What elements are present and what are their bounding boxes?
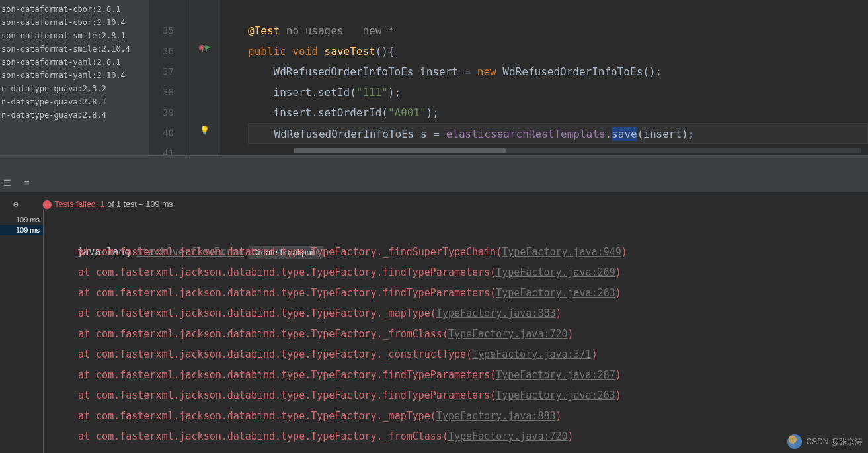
stack-frame-close: ) <box>615 267 621 278</box>
line-number[interactable]: 40 <box>149 123 188 144</box>
code-area[interactable]: no usages new * @Test public void saveTe… <box>221 0 868 155</box>
test-status: ⬤ Tests failed: 1 of 1 test – 109 ms <box>42 199 173 209</box>
annotation-test: @Test <box>248 24 280 37</box>
stack-frame: at com.fasterxml.jackson.databind.type.T… <box>53 386 861 406</box>
stack-frame-link[interactable]: TypeFactory.java:720 <box>448 431 568 442</box>
line-number[interactable]: 35 <box>149 21 188 41</box>
stack-frame: at com.fasterxml.jackson.databind.type.T… <box>53 242 861 263</box>
ctor: WdRefusedOrderInfoToEs <box>502 65 643 78</box>
test-time-0[interactable]: 109 ms <box>0 214 43 225</box>
stack-frame-link[interactable]: TypeFactory.java:287 <box>496 369 615 381</box>
line-number[interactable]: 39 <box>149 103 188 123</box>
library-entry[interactable]: son-dataformat-yaml:2.8.1 <box>0 56 149 69</box>
stack-frame-text: at com.fasterxml.jackson.databind.type.T… <box>78 369 496 381</box>
stack-frame-close: ) <box>555 410 561 422</box>
stack-frame-close: ) <box>615 369 621 381</box>
fail-dot-icon: ⬤ <box>42 200 54 209</box>
library-entry[interactable]: son-dataformat-smile:2.10.4 <box>0 42 149 56</box>
library-entry[interactable]: son-dataformat-yaml:2.10.4 <box>0 69 149 82</box>
ctor-end: (); <box>643 65 662 78</box>
new-hint: new * <box>362 24 394 37</box>
tests-rest: of 1 test – 109 ms <box>107 200 173 209</box>
line-gutter: 35363738394041 <box>149 0 188 155</box>
stack-frame-link[interactable]: TypeFactory.java:949 <box>502 246 621 258</box>
call-setorderid: insert.setOrderId( <box>274 106 388 119</box>
settings-gear-icon[interactable]: ⚙ <box>13 199 19 209</box>
editor-horizontal-scrollbar[interactable] <box>294 148 861 153</box>
line-number[interactable] <box>149 0 188 21</box>
stack-frame-close: ) <box>615 287 621 299</box>
line-number[interactable]: 38 <box>149 82 188 103</box>
tool-icons: ☰ ≡ <box>0 178 34 188</box>
stack-frame-link[interactable]: TypeFactory.java:263 <box>496 390 615 401</box>
close-2: ); <box>426 106 439 119</box>
library-entry[interactable]: son-dataformat-smile:2.8.1 <box>0 29 149 42</box>
run-test-icon[interactable]: ▶ <box>206 42 211 52</box>
eq-2: = <box>427 128 446 140</box>
library-entry[interactable]: n-datatype-guava:2.8.4 <box>0 108 149 122</box>
field-est: elasticsearchRestTemplate <box>446 128 606 140</box>
stack-frame-link[interactable]: TypeFactory.java:720 <box>448 328 568 340</box>
intention-bulb-icon[interactable]: 💡 <box>200 126 210 135</box>
stack-frame: at com.fasterxml.jackson.databind.type.T… <box>53 365 861 386</box>
stack-frame-link[interactable]: TypeFactory.java:371 <box>472 349 592 360</box>
stack-frame: at com.fasterxml.jackson.databind.type.T… <box>53 283 861 304</box>
tests-failed-count: 1 <box>100 200 105 209</box>
line-number[interactable]: 36 <box>149 41 188 62</box>
kw-new: new <box>477 65 496 78</box>
stack-frame: at com.fasterxml.jackson.databind.type.T… <box>53 304 861 324</box>
str-a001: "A001" <box>388 106 426 119</box>
method-name: saveTest <box>325 45 375 58</box>
watermark-text: CSDN @张京涛 <box>806 436 863 448</box>
close-1: ); <box>388 86 401 99</box>
selected-save[interactable]: save <box>612 127 637 141</box>
stack-frame: at com.fasterxml.jackson.databind.type.T… <box>53 427 861 447</box>
stack-frame: at com.fasterxml.jackson.databind.type.T… <box>53 324 861 345</box>
stack-frame-text: at com.fasterxml.jackson.databind.type.T… <box>78 349 472 360</box>
stack-frame-text: at com.fasterxml.jackson.databind.type.T… <box>78 431 448 442</box>
type-1: WdRefusedOrderInfoToEs <box>274 65 414 78</box>
library-entry[interactable]: n-datatype-guava:2.3.2 <box>0 82 149 95</box>
layout-icon[interactable]: ☰ <box>0 178 15 188</box>
type-2: WdRefusedOrderInfoToEs <box>274 128 414 140</box>
stack-frame-text: at com.fasterxml.jackson.databind.type.T… <box>78 328 448 340</box>
method-paren: (){ <box>375 45 395 58</box>
var-s: s <box>420 128 427 140</box>
stack-frame-text: at com.fasterxml.jackson.databind.type.T… <box>78 390 496 401</box>
globe-icon <box>787 434 802 449</box>
library-entry[interactable]: son-dataformat-cbor:2.8.1 <box>0 3 149 16</box>
library-entry[interactable]: n-datatype-guava:2.8.1 <box>0 95 149 108</box>
gutter-icon-strip: ◉ ▶ ☖ 💡 <box>188 0 221 155</box>
stack-frame: at com.fasterxml.jackson.databind.type.T… <box>53 345 861 365</box>
call-setid: insert.setId( <box>274 86 356 99</box>
collapse-icon[interactable]: ≡ <box>20 178 34 188</box>
code-editor[interactable]: 35363738394041 ◉ ▶ ☖ 💡 no usages new * @… <box>149 0 868 155</box>
str-111: "111" <box>356 86 388 99</box>
kw-public: public <box>248 45 286 58</box>
test-tree-times[interactable]: 109 ms 109 ms <box>0 214 43 235</box>
editor-scroll-thumb[interactable] <box>294 148 506 153</box>
line-number[interactable]: 37 <box>149 62 188 82</box>
eq: = <box>458 65 477 78</box>
console-output[interactable]: java.lang.StackOverflowErrorCreate break… <box>43 210 868 453</box>
stack-frame-close: ) <box>621 246 627 258</box>
tests-failed-label: Tests failed: <box>54 200 98 209</box>
run-with-coverage-icon[interactable]: ◉ <box>199 42 204 52</box>
var-insert: insert <box>420 65 458 78</box>
stack-frame-text: at com.fasterxml.jackson.databind.type.T… <box>78 267 496 278</box>
stack-frame-link[interactable]: TypeFactory.java:883 <box>436 410 556 422</box>
run-tool-window: ☰ ≡ ⚙ ⬤ Tests failed: 1 of 1 test – 109 … <box>0 155 868 192</box>
stack-frame-link[interactable]: TypeFactory.java:269 <box>496 267 615 278</box>
project-libraries[interactable]: son-dataformat-cbor:2.8.1son-dataformat-… <box>0 0 149 155</box>
usages-hint[interactable]: no usages <box>286 24 344 37</box>
stack-frame-close: ) <box>555 308 561 319</box>
library-entry[interactable]: son-dataformat-cbor:2.10.4 <box>0 16 149 29</box>
dot: . <box>605 128 612 140</box>
stack-frame-link[interactable]: TypeFactory.java:883 <box>436 308 556 319</box>
stack-frame-link[interactable]: TypeFactory.java:263 <box>496 287 615 299</box>
stack-frame: at com.fasterxml.jackson.databind.type.T… <box>53 263 861 283</box>
save-args: (insert); <box>637 128 695 140</box>
test-time-1[interactable]: 109 ms <box>0 225 43 235</box>
stack-frame-close: ) <box>615 390 621 401</box>
stack-frame-text: at com.fasterxml.jackson.databind.type.T… <box>78 410 436 422</box>
